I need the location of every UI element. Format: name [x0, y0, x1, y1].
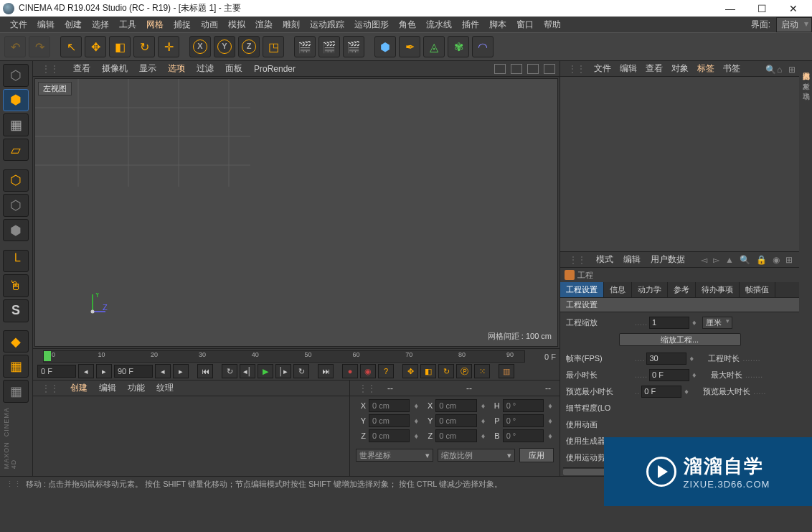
pos-y-input[interactable]: 0 cm: [369, 414, 410, 427]
search-icon[interactable]: 🔍: [762, 64, 772, 74]
workplane2-button[interactable]: ◆: [3, 330, 29, 353]
mat-edit[interactable]: 编辑: [95, 381, 121, 395]
next-key-button[interactable]: │▸: [275, 364, 291, 378]
nav-back-icon[interactable]: ◅: [699, 255, 709, 265]
frame-end-next[interactable]: ▸: [173, 364, 189, 378]
om-edit[interactable]: 编辑: [616, 62, 641, 75]
y-axis-toggle[interactable]: Y: [214, 36, 235, 57]
menu-animate[interactable]: 动画: [197, 17, 222, 32]
frame-end-prev[interactable]: ◂: [155, 364, 171, 378]
vp-nav2-icon[interactable]: [511, 64, 522, 74]
autokey-button[interactable]: ◉: [360, 364, 376, 378]
min-input[interactable]: 0 F: [649, 369, 689, 381]
record-button[interactable]: ●: [342, 364, 358, 378]
vp-view[interactable]: 查看: [69, 62, 95, 75]
close-button[interactable]: ✕: [778, 0, 809, 17]
grip-icon[interactable]: ⋮⋮: [565, 63, 589, 75]
menu-help[interactable]: 帮助: [539, 17, 565, 32]
play-button[interactable]: ▶: [258, 364, 273, 378]
edges-mode-button[interactable]: ⬡: [3, 194, 29, 217]
grip-icon[interactable]: ⋮⋮: [565, 254, 590, 266]
vp-nav4-icon[interactable]: [544, 64, 555, 74]
workplane-button[interactable]: ▱: [3, 139, 29, 162]
menu-mesh[interactable]: 网格: [142, 17, 168, 32]
side-tab-content[interactable]: 内容浏览器: [801, 64, 811, 70]
coord-mode-select[interactable]: 世界坐标▾: [356, 449, 433, 462]
nav-up-icon[interactable]: ▲: [723, 255, 736, 265]
key-scale-button[interactable]: ◧: [420, 364, 436, 378]
points-mode-button[interactable]: ⬡: [3, 169, 29, 192]
vp-filter[interactable]: 过滤: [192, 62, 218, 75]
vp-prorender[interactable]: ProRender: [250, 63, 300, 75]
home-icon[interactable]: ⌂: [773, 64, 783, 74]
model-mode-button[interactable]: ⬢: [3, 89, 29, 112]
coord-sys-button[interactable]: ◳: [263, 36, 284, 57]
axis-l-button[interactable]: └: [3, 250, 29, 273]
size-y-input[interactable]: 0 cm: [435, 414, 476, 427]
mat-create[interactable]: 创建: [66, 381, 92, 395]
menu-create[interactable]: 创建: [60, 17, 86, 32]
render-pv-button[interactable]: 🎬: [318, 36, 340, 57]
menu-plugins[interactable]: 插件: [458, 17, 483, 32]
loop-button[interactable]: ↻: [222, 364, 237, 378]
side-tab-takes[interactable]: 场次: [801, 84, 811, 90]
layout-select[interactable]: 启动: [776, 17, 812, 32]
om-objects[interactable]: 对象: [668, 62, 692, 75]
move-tool[interactable]: ✥: [85, 36, 106, 57]
tab-project[interactable]: 工程设置: [560, 282, 604, 297]
frame-start-prev[interactable]: ◂: [78, 364, 94, 378]
key-rot-button[interactable]: ↻: [438, 364, 454, 378]
vp-options[interactable]: 选项: [164, 62, 189, 75]
pos-x-input[interactable]: 0 cm: [369, 399, 410, 412]
mat-tex[interactable]: 纹理: [152, 381, 178, 395]
key-param-button[interactable]: Ⓟ: [456, 364, 472, 378]
object-tree[interactable]: [560, 77, 799, 251]
minimize-button[interactable]: —: [714, 0, 746, 17]
apply-button[interactable]: 应用: [519, 448, 554, 462]
rotate-tool[interactable]: ↻: [133, 36, 155, 57]
goto-start-button[interactable]: ⏮: [197, 364, 213, 378]
size-x-input[interactable]: 0 cm: [435, 399, 476, 412]
tab-interp[interactable]: 帧插值: [740, 282, 775, 297]
texture-mode-button[interactable]: ▦: [3, 113, 29, 136]
expand-icon[interactable]: ⊞: [785, 64, 795, 74]
select-tool[interactable]: ↖: [60, 36, 82, 57]
frame-start-next[interactable]: ▸: [96, 364, 112, 378]
expand-icon[interactable]: ⊞: [783, 255, 795, 265]
vp-panel[interactable]: 面板: [221, 62, 247, 75]
attr-userdata[interactable]: 用户数据: [646, 253, 689, 266]
tab-todo[interactable]: 待办事项: [696, 282, 740, 297]
om-bookmarks[interactable]: 书签: [719, 62, 744, 75]
vp-display[interactable]: 显示: [135, 62, 161, 75]
key-pos-button[interactable]: ✥: [402, 364, 418, 378]
attr-mode[interactable]: 模式: [592, 253, 618, 266]
menu-mograph[interactable]: 运动图形: [350, 17, 393, 32]
tab-info[interactable]: 信息: [604, 282, 632, 297]
nurbs-button[interactable]: ◬: [423, 36, 445, 57]
menu-window[interactable]: 窗口: [512, 17, 538, 32]
maximize-button[interactable]: ☐: [746, 0, 778, 17]
snap-s-button[interactable]: S: [3, 299, 29, 322]
undo-button[interactable]: ↶: [4, 36, 26, 57]
menu-tracker[interactable]: 运动跟踪: [306, 17, 349, 32]
z-axis-toggle[interactable]: Z: [238, 36, 260, 57]
pos-z-input[interactable]: 0 cm: [369, 429, 410, 442]
menu-snap[interactable]: 捕捉: [169, 17, 195, 32]
mat-func[interactable]: 功能: [123, 381, 149, 395]
menu-pipeline[interactable]: 流水线: [422, 17, 456, 32]
fps-input[interactable]: 30: [646, 353, 686, 365]
om-view[interactable]: 查看: [642, 62, 666, 75]
grip-icon[interactable]: ⋮⋮: [37, 63, 63, 75]
timeline-ruler[interactable]: 0 10 20 30 40 50 60 70 80 90 0 F: [43, 350, 525, 363]
grip-icon[interactable]: ⋮⋮: [354, 383, 380, 394]
viewport[interactable]: 左视图: [34, 78, 558, 347]
menu-render[interactable]: 渲染: [251, 17, 277, 32]
lasttool-button[interactable]: ✛: [158, 36, 179, 57]
pen-tool-button[interactable]: ✒: [399, 36, 420, 57]
attr-edit[interactable]: 编辑: [619, 253, 645, 266]
make-editable-button[interactable]: ⬡: [3, 64, 29, 87]
menu-tools[interactable]: 工具: [115, 17, 141, 32]
tab-dynamics[interactable]: 动力学: [632, 282, 668, 297]
nav-fwd-icon[interactable]: ▻: [711, 255, 722, 265]
vp-cameras[interactable]: 摄像机: [98, 62, 132, 75]
